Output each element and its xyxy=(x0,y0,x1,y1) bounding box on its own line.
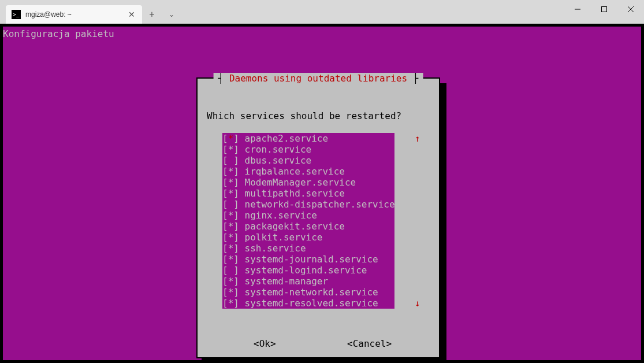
ok-button[interactable]: <Ok> xyxy=(254,338,276,349)
tab-strip: >_ mgiza@web: ~ ✕ + ⌄ xyxy=(0,0,181,24)
debconf-dialog: ┤ Daemons using outdated libraries ├ Whi… xyxy=(196,77,440,358)
terminal-icon: >_ xyxy=(12,10,21,19)
service-label: nginx.service xyxy=(245,210,317,221)
terminal[interactable]: Konfiguracja pakietu ┤ Daemons using out… xyxy=(3,27,641,360)
service-label: systemd-logind.service xyxy=(245,265,367,276)
service-list[interactable]: [*] apache2.service[*] cron.service[ ] d… xyxy=(222,133,394,309)
service-item[interactable]: [*] nginx.service xyxy=(222,210,394,221)
checkbox-mark[interactable]: * xyxy=(228,210,234,221)
tab-active[interactable]: >_ mgiza@web: ~ ✕ xyxy=(6,5,142,24)
checkbox-mark[interactable]: * xyxy=(228,144,234,155)
service-label: packagekit.service xyxy=(245,221,345,232)
service-item[interactable]: [*] packagekit.service xyxy=(222,221,394,232)
service-item[interactable]: [*] systemd-manager xyxy=(222,276,394,287)
tab-dropdown-button[interactable]: ⌄ xyxy=(162,5,181,24)
service-item[interactable]: [ ] systemd-logind.service xyxy=(222,265,394,276)
dialog-question: Which services should be restarted? xyxy=(207,110,401,121)
checkbox-mark[interactable] xyxy=(228,199,234,210)
service-label: systemd-manager xyxy=(245,276,329,287)
service-item[interactable]: [ ] dbus.service xyxy=(222,155,394,166)
checkbox-mark[interactable]: * xyxy=(228,276,234,287)
scroll-up-indicator[interactable]: ↑ xyxy=(415,133,420,144)
service-item[interactable]: [*] polkit.service xyxy=(222,232,394,243)
service-item[interactable]: [*] systemd-resolved.service xyxy=(222,298,394,309)
scroll-thumb: ▮ xyxy=(415,144,420,155)
checkbox-mark[interactable]: * xyxy=(228,298,234,309)
close-tab-button[interactable]: ✕ xyxy=(127,10,136,19)
service-label: apache2.service xyxy=(245,133,329,144)
tab-label: mgiza@web: ~ xyxy=(25,10,127,18)
checkbox-mark[interactable]: * xyxy=(228,166,234,177)
checkbox-mark[interactable]: * xyxy=(228,287,234,298)
new-tab-button[interactable]: + xyxy=(142,5,162,24)
service-item[interactable]: [*] multipathd.service xyxy=(222,188,394,199)
minimize-button[interactable] xyxy=(564,0,591,18)
close-window-button[interactable] xyxy=(617,0,644,18)
service-label: irqbalance.service xyxy=(245,166,345,177)
checkbox-mark[interactable]: * xyxy=(228,188,234,199)
service-label: polkit.service xyxy=(245,232,323,243)
service-item[interactable]: [*] systemd-networkd.service xyxy=(222,287,394,298)
checkbox-mark[interactable] xyxy=(228,265,234,276)
service-item[interactable]: [*] cron.service xyxy=(222,144,394,155)
window-titlebar: >_ mgiza@web: ~ ✕ + ⌄ xyxy=(0,0,644,24)
service-label: dbus.service xyxy=(245,155,312,166)
checkbox-mark[interactable] xyxy=(228,155,234,166)
service-label: cron.service xyxy=(245,144,312,155)
service-item[interactable]: [*] ModemManager.service xyxy=(222,177,394,188)
terminal-header-text: Konfiguracja pakietu xyxy=(3,28,114,39)
dialog-title-text: Daemons using outdated libraries xyxy=(229,73,407,84)
cancel-button[interactable]: <Cancel> xyxy=(347,338,392,349)
checkbox-mark[interactable]: * xyxy=(228,177,234,188)
service-label: systemd-networkd.service xyxy=(245,287,378,298)
service-label: networkd-dispatcher.service xyxy=(245,199,395,210)
checkbox-mark[interactable]: * xyxy=(228,232,234,243)
service-label: ssh.service xyxy=(245,243,306,254)
service-item[interactable]: [*] irqbalance.service xyxy=(222,166,394,177)
checkbox-mark[interactable]: * xyxy=(228,254,234,265)
service-item[interactable]: [*] apache2.service xyxy=(222,133,394,144)
checkbox-mark[interactable]: * xyxy=(228,221,234,232)
service-label: systemd-resolved.service xyxy=(245,298,378,309)
service-label: ModemManager.service xyxy=(245,177,356,188)
scroll-down-indicator[interactable]: ↓ xyxy=(415,298,420,309)
service-item[interactable]: [*] ssh.service xyxy=(222,243,394,254)
checkbox-mark[interactable]: * xyxy=(228,243,234,254)
terminal-viewport: Konfiguracja pakietu ┤ Daemons using out… xyxy=(0,24,644,363)
window-controls xyxy=(564,0,644,24)
service-item[interactable]: [ ] networkd-dispatcher.service xyxy=(222,199,394,210)
service-label: multipathd.service xyxy=(245,188,345,199)
svg-rect-1 xyxy=(602,7,607,12)
service-item[interactable]: [*] systemd-journald.service xyxy=(222,254,394,265)
checkbox-mark[interactable]: * xyxy=(228,133,234,144)
service-label: systemd-journald.service xyxy=(245,254,378,265)
dialog-title: ┤ Daemons using outdated libraries ├ xyxy=(214,73,423,84)
maximize-button[interactable] xyxy=(591,0,617,18)
